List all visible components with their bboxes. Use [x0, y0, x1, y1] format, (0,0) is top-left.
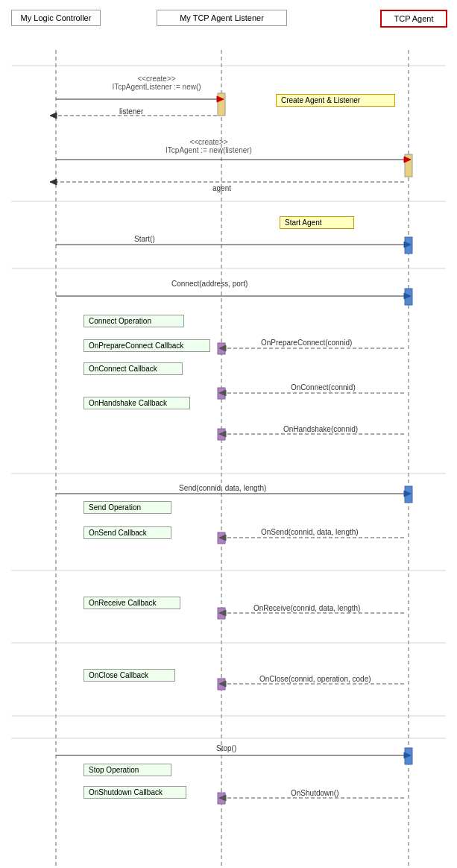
box-onprepareconnect-callback: OnPrepareConnect Callback	[83, 339, 210, 352]
label-start: Start()	[134, 235, 155, 243]
box-onsend-callback: OnSend Callback	[83, 526, 171, 539]
svg-marker-41	[219, 681, 226, 687]
svg-marker-33	[219, 431, 226, 437]
svg-marker-21	[404, 157, 411, 163]
svg-rect-15	[218, 793, 225, 804]
svg-rect-12	[218, 608, 225, 619]
label-onclose: OnClose(connid, operation, code)	[259, 675, 371, 683]
note-start-agent: Start Agent	[280, 216, 354, 229]
label-agent: agent	[212, 184, 231, 192]
lifeline-header-tal: My TCP Agent Listener	[157, 10, 287, 26]
svg-marker-27	[404, 293, 411, 299]
svg-rect-8	[218, 388, 225, 399]
label-create-agent: <<create>>ITcpAgent := new(listener)	[127, 138, 291, 154]
box-onreceive-callback: OnReceive Callback	[83, 597, 180, 609]
svg-rect-4	[405, 154, 412, 177]
box-onshutdown-callback: OnShutdown Callback	[83, 786, 186, 799]
svg-marker-43	[404, 752, 411, 758]
svg-marker-39	[219, 610, 226, 616]
arrows-svg	[0, 0, 457, 868]
label-onconnect: OnConnect(connid)	[291, 383, 356, 391]
svg-rect-3	[218, 93, 225, 116]
box-onhandshake-callback: OnHandshake Callback	[83, 397, 190, 409]
label-send: Send(connid, data, length)	[179, 484, 266, 492]
label-onsend: OnSend(connid, data, length)	[261, 528, 359, 536]
box-send-operation: Send Operation	[83, 501, 171, 514]
label-stop: Stop()	[216, 744, 236, 752]
label-connect: Connect(address, port)	[171, 280, 248, 288]
label-create-listener: <<create>>ITcpAgentListener := new()	[97, 75, 216, 91]
box-connect-operation: Connect Operation	[83, 315, 184, 327]
svg-rect-14	[405, 748, 412, 764]
svg-marker-35	[404, 491, 411, 497]
label-onhandshake: OnHandshake(connid)	[283, 425, 358, 433]
label-onprepareconnect: OnPrepareConnect(connid)	[261, 339, 352, 347]
box-onconnect-callback: OnConnect Callback	[83, 362, 183, 375]
svg-rect-7	[218, 343, 225, 354]
svg-marker-25	[404, 242, 411, 248]
svg-rect-11	[218, 532, 225, 544]
svg-rect-13	[218, 679, 225, 690]
label-onreceive: OnReceive(connid, data, length)	[253, 604, 360, 612]
sequence-diagram: My Logic Controller My TCP Agent Listene…	[0, 0, 457, 868]
lifeline-header-ta: TCP Agent	[380, 10, 447, 28]
svg-marker-29	[219, 345, 226, 351]
svg-marker-19	[50, 113, 57, 119]
svg-marker-37	[219, 535, 226, 541]
box-onclose-callback: OnClose Callback	[83, 669, 175, 682]
label-listener: listener	[119, 107, 143, 116]
svg-rect-9	[218, 429, 225, 440]
svg-marker-17	[217, 96, 224, 102]
box-stop-operation: Stop Operation	[83, 764, 171, 776]
svg-marker-23	[50, 179, 57, 185]
svg-marker-31	[219, 390, 226, 396]
svg-rect-5	[405, 237, 412, 254]
svg-rect-10	[405, 486, 412, 503]
svg-marker-45	[219, 795, 226, 801]
lifeline-header-lc: My Logic Controller	[11, 10, 101, 26]
note-create-agent-listener: Create Agent & Listener	[276, 94, 395, 107]
label-onshutdown: OnShutdown()	[291, 789, 338, 797]
svg-rect-6	[405, 289, 412, 305]
